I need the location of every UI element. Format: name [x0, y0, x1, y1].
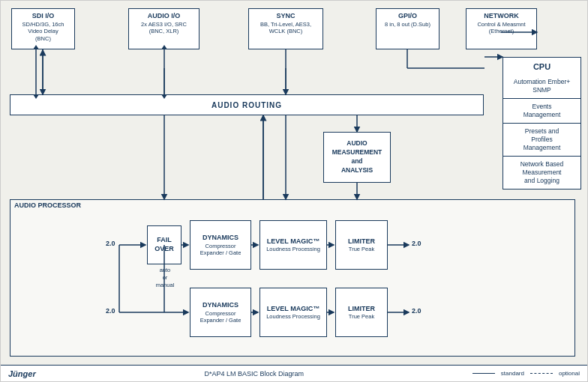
brand-label: Jünger	[8, 369, 36, 378]
sync-title: SYNC	[254, 12, 318, 21]
cpu-label: CPU	[503, 58, 580, 74]
failover-note: autoormanual	[148, 267, 182, 288]
audio-io-box: AUDIO I/O 2x AES3 I/O, SRC(BNC, XLR)	[128, 8, 200, 49]
presets-item: Presets andProfilesManagement	[503, 124, 580, 157]
gpio-box: GPI/O 8 in, 8 out (D.Sub)	[376, 8, 440, 49]
network-box: NETWORK Control & Measmnt(Ethernet)	[466, 8, 537, 49]
chain1-output-label: 2.0	[412, 240, 422, 247]
chain1-input-label: 2.0	[106, 240, 116, 247]
diagram-title: D*AP4 LM BASIC Block Diagram	[204, 370, 304, 378]
legend: standard optional	[472, 370, 580, 377]
network-subtitle: Control & Measmnt(Ethernet)	[471, 21, 532, 36]
optional-label: optional	[559, 370, 580, 377]
chain1-limiter-box: LIMITER True Peak	[335, 220, 388, 270]
gpio-title: GPI/O	[381, 12, 434, 21]
chain2-input-label: 2.0	[106, 307, 116, 315]
audio-io-title: AUDIO I/O	[134, 12, 194, 21]
sdi-io-box: SDI I/O SD/HD/3G, 16chVideo Delay(BNC)	[11, 8, 75, 49]
network-logging-item: Network BasedMeasurementand Logging	[503, 157, 580, 189]
automation-item: Automation Ember+ SNMP	[503, 74, 580, 99]
chain1-level-magic-box: LEVEL MAGIC™ Loudness Processing	[260, 220, 327, 270]
dashed-line-icon	[530, 373, 553, 375]
chain2-limiter-box: LIMITER True Peak	[335, 288, 388, 337]
audio-measurement-label: AUDIOMEASUREMENTandANALYSIS	[332, 139, 382, 175]
failover-box: FAILOVER	[147, 225, 182, 264]
audio-io-subtitle: 2x AES3 I/O, SRC(BNC, XLR)	[134, 21, 194, 36]
network-title: NETWORK	[471, 12, 532, 21]
audio-measurement-box: AUDIOMEASUREMENTandANALYSIS	[323, 132, 391, 183]
events-item: EventsManagement	[503, 99, 580, 124]
diagram-container: SDI I/O SD/HD/3G, 16chVideo Delay(BNC) A…	[0, 0, 588, 382]
solid-line-icon	[472, 373, 495, 375]
sync-subtitle: BB, Tri-Level, AES3,WCLK (BNC)	[254, 21, 318, 36]
footer: Jünger D*AP4 LM BASIC Block Diagram stan…	[1, 365, 587, 381]
standard-label: standard	[501, 370, 524, 377]
chain2-level-magic-box: LEVEL MAGIC™ Loudness Processing	[260, 288, 327, 337]
audio-routing-bar: AUDIO ROUTING	[10, 94, 484, 115]
gpio-subtitle: 8 in, 8 out (D.Sub)	[381, 21, 434, 28]
right-panel: CPU Automation Ember+ SNMP EventsManagem…	[502, 57, 581, 190]
sdi-io-subtitle: SD/HD/3G, 16chVideo Delay(BNC)	[16, 21, 70, 43]
chain2-output-label: 2.0	[412, 307, 422, 315]
audio-routing-label: AUDIO ROUTING	[212, 101, 282, 109]
audio-processor-label: AUDIO PROCESSOR	[14, 201, 81, 209]
sdi-io-title: SDI I/O	[16, 12, 70, 21]
sync-box: SYNC BB, Tri-Level, AES3,WCLK (BNC)	[248, 8, 323, 49]
chain2-dynamics-box: DYNAMICS CompressorExpander / Gate	[190, 288, 251, 337]
chain1-dynamics-box: DYNAMICS CompressorExpander / Gate	[190, 220, 251, 270]
